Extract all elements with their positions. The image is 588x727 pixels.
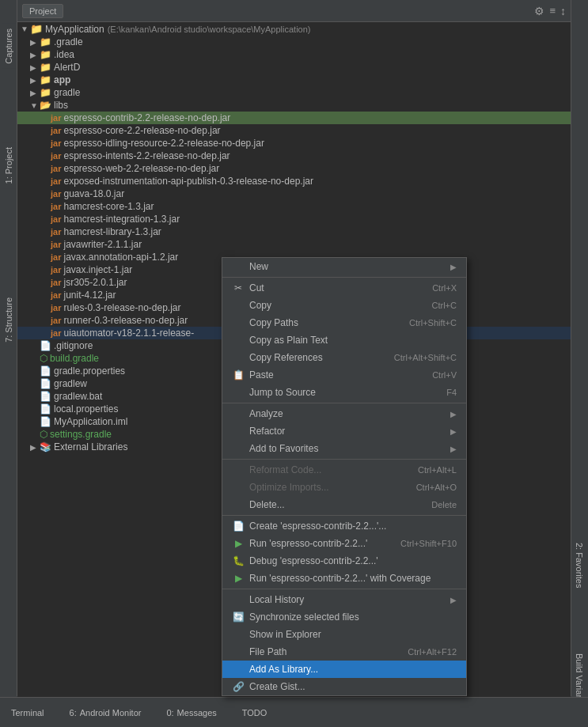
- list-item[interactable]: jar hamcrest-core-1.3.jar: [17, 200, 571, 213]
- folder-icon: 📁: [40, 62, 51, 73]
- list-item[interactable]: 📁 .idea: [17, 48, 571, 61]
- submenu-arrow-new: ▶: [450, 263, 457, 271]
- jar-icon: jar: [51, 138, 61, 148]
- project-panel-btn[interactable]: Project: [22, 4, 63, 18]
- menu-item-create-espresso[interactable]: 📄 Create 'espresso-contrib-2.2...'...: [222, 517, 466, 535]
- android-monitor-label: Android Monitor: [80, 708, 142, 718]
- debug-icon: 🐛: [232, 555, 245, 566]
- list-item[interactable]: jar hamcrest-integration-1.3.jar: [17, 213, 571, 225]
- list-item[interactable]: jar exposed-instrumentation-api-publish-…: [17, 175, 571, 187]
- list-item[interactable]: 📂 libs: [17, 99, 571, 112]
- jar-icon: jar: [51, 151, 61, 161]
- context-menu: New ▶ ✂ Cut Ctrl+X Copy Ctrl+C Copy Path…: [222, 257, 467, 696]
- menu-label: Cut: [249, 282, 264, 293]
- list-item[interactable]: jar espresso-web-2.2-release-no-dep.jar: [17, 162, 571, 175]
- menu-item-cut[interactable]: ✂ Cut Ctrl+X: [222, 279, 466, 297]
- menu-label: Optimize Imports...: [249, 482, 329, 493]
- menu-label: Reformat Code...: [249, 464, 321, 475]
- folder-icon: 📁: [40, 36, 51, 47]
- menu-label: Create 'espresso-contrib-2.2...'...: [249, 521, 386, 532]
- item-label: MyApplication.iml: [54, 416, 127, 427]
- jar-icon: jar: [51, 240, 61, 249]
- sidebar-tab-project[interactable]: 1: Project: [2, 142, 16, 188]
- shortcut-label: Ctrl+Alt+L: [418, 465, 457, 475]
- folder-icon: 📁: [40, 87, 51, 98]
- shortcut-label: Ctrl+C: [432, 301, 457, 310]
- list-item[interactable]: jar javawriter-2.1.1.jar: [17, 238, 571, 251]
- root-path: (E:\kankan\Android studio\workspace\MyAp…: [108, 25, 311, 34]
- item-label: libs: [54, 100, 68, 111]
- item-label: espresso-core-2.2-release-no-dep.jar: [63, 125, 220, 136]
- separator: [222, 277, 466, 278]
- list-item[interactable]: jar espresso-intents-2.2-release-no-dep.…: [17, 150, 571, 162]
- menu-item-run-coverage[interactable]: ▶ Run 'espresso-contrib-2.2...' with Cov…: [222, 570, 466, 587]
- item-label: runner-0.3-release-no-dep.jar: [63, 315, 188, 326]
- status-tab-android-monitor[interactable]: 6: Android Monitor: [65, 706, 146, 719]
- menu-item-create-gist[interactable]: 🔗 Create Gist...: [222, 678, 466, 695]
- file-icon: 📄: [40, 378, 51, 389]
- item-label: gradlew: [54, 378, 87, 389]
- item-label: AlertD: [54, 62, 80, 73]
- menu-item-new[interactable]: New ▶: [222, 258, 466, 275]
- status-tab-messages[interactable]: 0: Messages: [161, 706, 221, 719]
- list-item[interactable]: jar hamcrest-library-1.3.jar: [17, 225, 571, 238]
- root-folder-icon: 📁: [30, 23, 43, 35]
- settings-icon[interactable]: ⚙: [534, 5, 544, 17]
- gradle-icon: ⬡: [40, 353, 47, 364]
- list-item[interactable]: jar guava-18.0.jar: [17, 187, 571, 200]
- item-label: gradlew.bat: [54, 391, 102, 402]
- menu-item-copy-references[interactable]: Copy References Ctrl+Alt+Shift+C: [222, 349, 466, 366]
- shortcut-label: Ctrl+Shift+C: [409, 318, 457, 328]
- menu-item-debug-espresso[interactable]: 🐛 Debug 'espresso-contrib-2.2...': [222, 552, 466, 570]
- status-tab-todo[interactable]: TODO: [237, 706, 272, 719]
- submenu-arrow-analyze: ▶: [450, 410, 457, 418]
- menu-item-delete[interactable]: Delete... Delete: [222, 496, 466, 513]
- shortcut-label: Ctrl+V: [432, 370, 457, 380]
- sidebar-tab-structure[interactable]: 7: Structure: [2, 293, 16, 347]
- shortcut-label: Delete: [431, 500, 457, 509]
- tree-root[interactable]: 📁 MyApplication (E:\kankan\Android studi…: [17, 22, 571, 36]
- list-item[interactable]: jar espresso-contrib-2.2-release-no-dep.…: [17, 112, 571, 124]
- menu-item-copy[interactable]: Copy Ctrl+C: [222, 297, 466, 314]
- menu-label: Run 'espresso-contrib-2.2...': [249, 538, 367, 549]
- list-item[interactable]: 📁 gradle: [17, 86, 571, 99]
- menu-item-run-espresso[interactable]: ▶ Run 'espresso-contrib-2.2...' Ctrl+Shi…: [222, 535, 466, 552]
- status-tab-terminal[interactable]: Terminal: [6, 706, 49, 719]
- item-label: hamcrest-integration-1.3.jar: [63, 214, 180, 225]
- item-label: guava-18.0.jar: [63, 188, 124, 199]
- menu-item-paste[interactable]: 📋 Paste Ctrl+V: [222, 366, 466, 384]
- jar-icon: jar: [51, 316, 61, 325]
- menu-item-refactor[interactable]: Refactor ▶: [222, 422, 466, 440]
- list-item[interactable]: 📁 .gradle: [17, 36, 571, 48]
- shortcut-label: Ctrl+Alt+O: [416, 483, 457, 492]
- separator: [222, 589, 466, 589]
- menu-item-add-favorites[interactable]: Add to Favorites ▶: [222, 440, 466, 457]
- menu-item-local-history[interactable]: Local History ▶: [222, 591, 466, 608]
- list-item[interactable]: 📁 AlertD: [17, 61, 571, 74]
- list-item[interactable]: jar espresso-idling-resource-2.2-release…: [17, 137, 571, 150]
- item-label: hamcrest-library-1.3.jar: [63, 226, 161, 237]
- sidebar-tab-captures[interactable]: Captures: [2, 24, 16, 69]
- jar-icon: jar: [51, 164, 61, 173]
- menu-item-jump-source[interactable]: Jump to Source F4: [222, 384, 466, 401]
- menu-item-add-as-library[interactable]: Add As Library...: [222, 661, 466, 678]
- list-item[interactable]: jar espresso-core-2.2-release-no-dep.jar: [17, 124, 571, 137]
- sidebar-tab-favorites[interactable]: 2: Favorites: [572, 538, 586, 593]
- menu-item-file-path[interactable]: File Path Ctrl+Alt+F12: [222, 643, 466, 661]
- collapse-icon[interactable]: ↕: [560, 5, 566, 17]
- menu-label: File Path: [249, 646, 286, 657]
- menu-label: Debug 'espresso-contrib-2.2...': [249, 555, 378, 566]
- item-label: javax.inject-1.jar: [63, 264, 132, 275]
- file-icon: 📄: [40, 340, 51, 351]
- props-icon: 📄: [40, 365, 51, 377]
- menu-item-show-explorer[interactable]: Show in Explorer: [222, 626, 466, 643]
- menu-item-copy-paths[interactable]: Copy Paths Ctrl+Shift+C: [222, 314, 466, 331]
- menu-item-synchronize[interactable]: 🔄 Synchronize selected files: [222, 608, 466, 626]
- menu-item-analyze[interactable]: Analyze ▶: [222, 405, 466, 422]
- menu-item-copy-plain-text[interactable]: Copy as Plain Text: [222, 331, 466, 349]
- todo-label: TODO: [242, 708, 267, 718]
- menu-label: Show in Explorer: [249, 629, 321, 640]
- list-item[interactable]: 📁 app: [17, 74, 571, 86]
- panel-icons: ⚙ ≡ ↕: [534, 5, 566, 17]
- filter-icon[interactable]: ≡: [549, 5, 556, 17]
